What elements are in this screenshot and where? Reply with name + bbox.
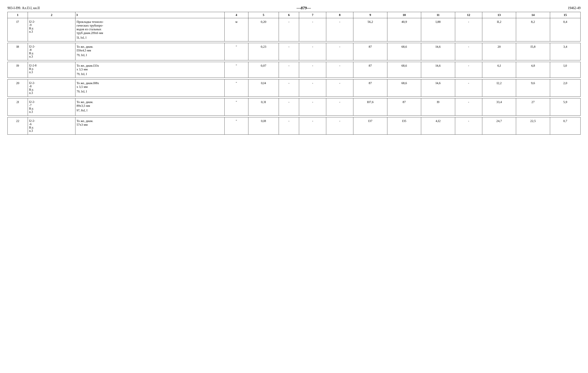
- row-code: I2-2- -8 В.у. п.3: [28, 80, 75, 97]
- row-col-15: I,0: [550, 62, 580, 78]
- row-col-8: -: [326, 98, 353, 116]
- spacer-row: [8, 116, 581, 117]
- row-col-5: 0,I8: [248, 117, 279, 135]
- row-code: I2-2- -6 В.у. п.3: [28, 117, 75, 135]
- col-header-5: 5: [248, 12, 279, 18]
- row-col-9: I07,6: [353, 98, 387, 116]
- spacer-row: [8, 41, 581, 43]
- row-code: I2-2- -8 В.у. п.3: [28, 43, 75, 60]
- row-col-5: 0,23: [248, 43, 279, 60]
- row-col-4: ": [224, 117, 248, 135]
- row-col-6: -: [279, 80, 299, 97]
- col-header-2: 2: [28, 12, 75, 18]
- col-header-1: 1: [8, 12, 28, 18]
- spacer-row: [8, 60, 581, 62]
- header-left: 903-I-I99. Ал.I3.I, кн.II: [7, 6, 40, 10]
- row-col-5: 0,07: [248, 62, 279, 78]
- main-table: 1 2 3 4 5 6 7 8 9 10 11 12 13 14 15 I7I2…: [7, 12, 581, 135]
- row-number: 20: [8, 80, 28, 97]
- row-col-7: -: [299, 117, 326, 135]
- row-col-12: -: [455, 43, 482, 60]
- row-col-8: -: [326, 80, 353, 97]
- col-header-12: 12: [455, 12, 482, 18]
- row-col-9: I37: [353, 117, 387, 135]
- row-col-14: 22,5: [516, 117, 550, 135]
- row-description: То же, диам. I59x4,5 мм79, IxI, I: [75, 43, 224, 60]
- header-center: —879—: [296, 6, 311, 10]
- col-header-14: 14: [516, 12, 550, 18]
- row-col-10: 68,6: [387, 80, 421, 97]
- row-col-6: -: [279, 62, 299, 78]
- column-headers: 1 2 3 4 5 6 7 8 9 10 11 12 13 14 15: [8, 12, 581, 18]
- col-header-6: 6: [279, 12, 299, 18]
- table-row: I9I2-2-8 В.у. п.3То же, диам.I33х х 3,5 …: [8, 62, 581, 78]
- row-col-9: 87: [353, 62, 387, 78]
- row-number: I9: [8, 62, 28, 78]
- row-description: То же, диам. 89x3,5 мм97, 8xI, I: [75, 98, 224, 116]
- row-code: I2-2-8 В.у. п.3: [28, 62, 75, 78]
- row-col-8: -: [326, 62, 353, 78]
- row-description: Прокладка техноло- гических трубопро- во…: [75, 18, 224, 41]
- row-col-13: I2,2: [482, 80, 516, 97]
- row-col-12: -: [455, 117, 482, 135]
- row-col-8: -: [326, 117, 353, 135]
- row-col-9: 87: [353, 80, 387, 97]
- row-col-8: -: [326, 43, 353, 60]
- row-col-10: 87: [387, 98, 421, 116]
- col-header-7: 7: [299, 12, 326, 18]
- row-col-12: -: [455, 62, 482, 78]
- row-number: 22: [8, 117, 28, 135]
- row-subcode: 5I, IxI, I: [76, 36, 223, 39]
- row-col-8: -: [326, 18, 353, 41]
- row-col-10: I35: [387, 117, 421, 135]
- row-col-15: 3,4: [550, 43, 580, 60]
- row-description: То же, диам.I08х х 3,5 мм79, IxI, I: [75, 80, 224, 97]
- row-col-11: I4,6: [421, 43, 455, 60]
- table-row: 22I2-2- -6 В.у. п.3То же, диам. 57x3 мм"…: [8, 117, 581, 135]
- row-col-10: 40,9: [387, 18, 421, 41]
- row-col-10: 68,6: [387, 62, 421, 78]
- row-col-9: 56,2: [353, 18, 387, 41]
- row-col-5: 0,3I: [248, 98, 279, 116]
- row-description: То же, диам.I33х х 3,5 мм79, IxI, I: [75, 62, 224, 78]
- col-header-9: 9: [353, 12, 387, 18]
- row-col-11: I9: [421, 98, 455, 116]
- row-subcode: 79, IxI, I: [76, 73, 223, 76]
- row-col-12: -: [455, 18, 482, 41]
- col-header-15: 15: [550, 12, 580, 18]
- row-col-5: 0,20: [248, 18, 279, 41]
- row-col-7: -: [299, 98, 326, 116]
- row-description: То же, диам. 57x3 мм: [75, 117, 224, 135]
- row-col-13: 33,4: [482, 98, 516, 116]
- row-col-15: 0,4: [550, 18, 580, 41]
- row-col-6: -: [279, 117, 299, 135]
- row-col-15: 0,7: [550, 117, 580, 135]
- row-col-6: -: [279, 43, 299, 60]
- row-col-14: 9,6: [516, 80, 550, 97]
- row-col-4: ": [224, 98, 248, 116]
- table-row: I8I2-2- -8 В.у. п.3То же, диам. I59x4,5 …: [8, 43, 581, 60]
- row-col-15: 5,9: [550, 98, 580, 116]
- col-header-10: 10: [387, 12, 421, 18]
- row-col-10: 68,6: [387, 43, 421, 60]
- spacer-row: [8, 78, 581, 80]
- row-col-7: -: [299, 80, 326, 97]
- header-right: 19462-49: [568, 6, 581, 10]
- row-col-11: I4,6: [421, 80, 455, 97]
- col-header-13: 13: [482, 12, 516, 18]
- row-col-13: 20: [482, 43, 516, 60]
- row-col-4: ": [224, 62, 248, 78]
- col-header-3: 3: [75, 12, 224, 18]
- row-subcode: 97, 8xI, I: [76, 109, 223, 112]
- row-col-14: I5,8: [516, 43, 550, 60]
- row-code: I2-2- -7 В.у. п.3: [28, 98, 75, 116]
- row-number: I7: [8, 18, 28, 41]
- row-col-9: 87: [353, 43, 387, 60]
- row-col-13: 6,I: [482, 62, 516, 78]
- row-col-4: ": [224, 80, 248, 97]
- table-row: 2II2-2- -7 В.у. п.3То же, диам. 89x3,5 м…: [8, 98, 581, 116]
- row-col-7: -: [299, 43, 326, 60]
- row-col-4: ": [224, 43, 248, 60]
- row-col-5: 0,I4: [248, 80, 279, 97]
- row-subcode: 79, IxI, I: [76, 90, 223, 93]
